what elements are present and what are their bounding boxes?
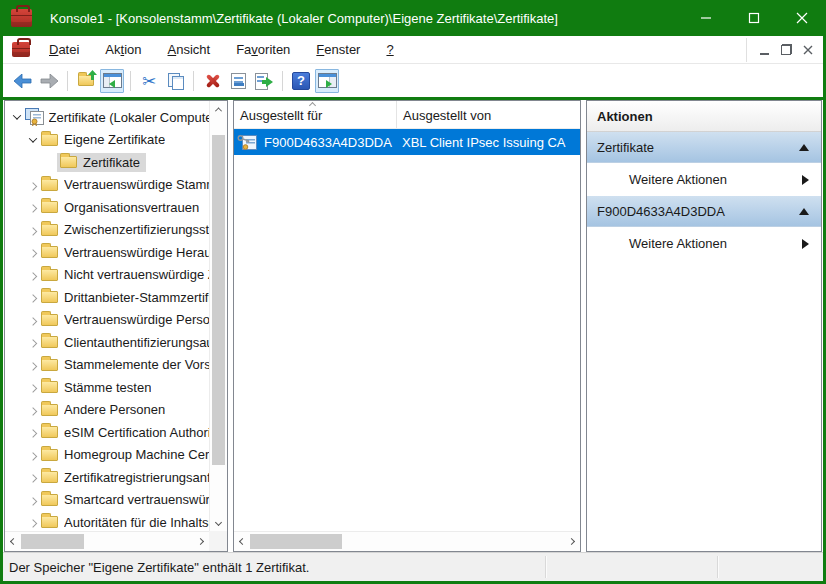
tree-item-zertifikate-lokaler-computer[interactable]: Zertifikate (Lokaler Computer) [5,106,209,129]
tree-item-zertifikate[interactable]: Zertifikate [5,151,209,174]
chevron-right-icon[interactable] [25,469,41,485]
column-header-ausgestellt-von[interactable]: Ausgestellt von [397,101,580,128]
minimize-button[interactable] [682,0,730,36]
tree-horizontal-scrollbar[interactable] [5,531,209,551]
list-header: Ausgestellt für Ausgestellt von [234,101,580,129]
tree-vertical-scrollbar[interactable] [209,101,227,531]
scrollbar-thumb[interactable] [212,135,225,465]
tree-item-vertrauenswuerdige-stammzertifizierungsstellen[interactable]: Vertrauenswürdige Stammzertifizierungsst… [5,174,209,197]
maximize-button[interactable] [730,0,778,36]
folder-icon [41,404,58,416]
tree-item-andere-personen[interactable]: Andere Personen [5,399,209,422]
tree-item-esim-certification-authorities[interactable]: eSIM Certification Authorities [5,421,209,444]
chevron-right-icon[interactable] [25,492,41,508]
tree-item-eigene-zertifikate[interactable]: Eigene Zertifikate [5,129,209,152]
weitere-aktionen-item[interactable]: Weitere Aktionen [587,227,821,260]
certificate-row[interactable]: F900D4633A4D3DDA XBL Client IPsec Issuin… [234,129,580,155]
scroll-up-button[interactable] [210,101,227,118]
mdi-restore-button[interactable] [775,40,797,60]
chevron-right-icon [197,538,204,545]
scrollbar-thumb[interactable] [21,534,84,549]
menu-favoriten[interactable]: Favoriten [223,38,303,61]
tree-item-nicht-vertrauenswuerdige-zertifikate[interactable]: Nicht vertrauenswürdige Zertifikate [5,264,209,287]
chevron-right-icon[interactable] [25,289,41,305]
chevron-right-icon[interactable] [25,244,41,260]
chevron-right-icon[interactable] [25,267,41,283]
menu-label-part: ion [124,42,141,57]
back-button[interactable] [11,69,35,93]
menu-fenster[interactable]: Fenster [303,38,373,61]
chevron-right-icon[interactable] [25,199,41,215]
chevron-right-icon[interactable] [25,312,41,328]
copy-button[interactable] [163,69,187,93]
chevron-right-icon[interactable] [25,379,41,395]
mdi-close-button[interactable] [797,40,819,60]
chevron-right-icon[interactable] [25,447,41,463]
chevron-right-icon[interactable] [25,334,41,350]
tree-item-smartcard-vertrauenswuerdige-staemme[interactable]: Smartcard vertrauenswürdige Stämme [5,489,209,512]
tree-item-zertifikatregistrierungsanforderungen[interactable]: Zertifikatregistrierungsanforderungen [5,466,209,489]
list-horizontal-scrollbar[interactable] [234,531,580,551]
actions-group-zertifikate[interactable]: Zertifikate [587,132,821,163]
chevron-right-icon[interactable] [25,514,41,530]
folder-icon [41,426,58,438]
scroll-left-button[interactable] [234,532,251,551]
minimize-icon [700,12,712,24]
collapse-triangle-icon[interactable] [799,144,809,151]
mdi-minimize-button[interactable] [753,40,775,60]
tree-item-label: Zertifikate (Lokaler Computer) [49,110,209,125]
chevron-right-icon[interactable] [25,424,41,440]
chevron-right-icon[interactable] [25,402,41,418]
menu-ansicht[interactable]: Ansicht [155,38,224,61]
export-list-button[interactable] [252,69,276,93]
chevron-left-icon [239,538,246,545]
chevron-down-icon[interactable] [25,132,41,148]
tree-item-clientauthentifizierungsaussteller[interactable]: Clientauthentifizierungsaussteller [5,331,209,354]
menu-datei[interactable]: Datei [36,38,92,61]
properties-icon [231,73,246,89]
help-button[interactable]: ? [289,69,313,93]
scroll-down-button[interactable] [210,514,227,531]
chevron-right-icon[interactable] [25,357,41,373]
up-arrow-icon [88,70,97,80]
scroll-right-button[interactable] [192,532,209,551]
delete-button[interactable] [200,69,224,93]
collapse-triangle-icon[interactable] [799,208,809,215]
chevron-right-icon[interactable] [25,177,41,193]
selected-tree-item: Zertifikate [57,153,146,172]
tree-item-homegroup-machine-certificates[interactable]: Homegroup Machine Certificates [5,444,209,467]
tree-item-label: Andere Personen [64,402,165,417]
forward-button[interactable] [37,69,61,93]
up-one-level-button[interactable] [74,69,98,93]
actions-group-f900d4633a4d3dda[interactable]: F900D4633A4D3DDA [587,196,821,227]
tree-item-stammelemente[interactable]: Stammelemente der Vorschauversion [5,354,209,377]
tree-item-label: Vertrauenswürdige Personen [64,312,209,327]
scroll-left-button[interactable] [5,532,22,551]
tree-item-vertrauenswuerdige-herausgeber[interactable]: Vertrauenswürdige Herausgeber [5,241,209,264]
properties-button[interactable] [226,69,250,93]
tree-item-autoritaeten[interactable]: Autoritäten für die Inhaltsüberprüfung [5,511,209,531]
action-item-label: Weitere Aktionen [629,236,727,251]
column-header-ausgestellt-fuer[interactable]: Ausgestellt für [234,101,397,128]
weitere-aktionen-item[interactable]: Weitere Aktionen [587,163,821,196]
console-tree-panel: Zertifikate (Lokaler Computer) Eigene Ze… [4,100,228,552]
menu-hilfe[interactable]: ? [373,38,406,61]
scroll-right-button[interactable] [563,532,580,551]
folder-icon [41,201,58,213]
chevron-down-icon[interactable] [9,109,25,125]
show-hide-console-tree-button[interactable] [100,69,124,93]
tree-item-zwischenzertifizierungsstellen[interactable]: Zwischenzertifizierungsstellen [5,219,209,242]
certificate-with-key-icon [237,134,258,151]
show-hide-action-pane-button[interactable] [315,69,339,93]
tree-item-staemme-testen[interactable]: Stämme testen [5,376,209,399]
chevron-right-icon[interactable] [25,222,41,238]
menu-aktion[interactable]: Aktion [92,38,154,61]
tree-item-organisationsvertrauen[interactable]: Organisationsvertrauen [5,196,209,219]
cut-button[interactable]: ✂ [137,69,161,93]
toolbar-separator [130,71,131,91]
scrollbar-thumb[interactable] [250,534,342,549]
tree-item-label: Smartcard vertrauenswürdige Stämme [64,492,209,507]
tree-item-vertrauenswuerdige-personen[interactable]: Vertrauenswürdige Personen [5,309,209,332]
tree-item-drittanbieter-stammzertifizierungsstellen[interactable]: Drittanbieter-Stammzertifizierungsstelle… [5,286,209,309]
close-button[interactable] [778,0,826,36]
